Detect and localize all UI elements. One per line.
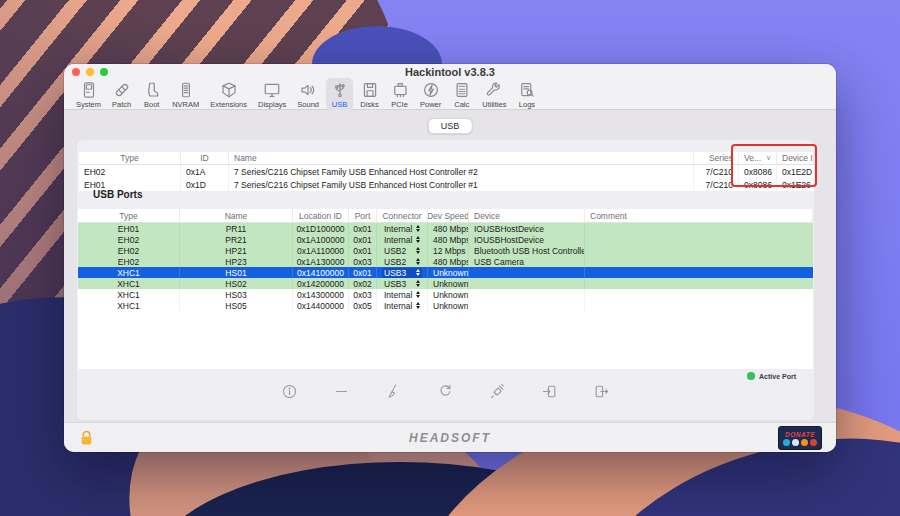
- toolbar-item-nvram[interactable]: NVRAM: [168, 78, 203, 111]
- inject-button[interactable]: [489, 384, 507, 402]
- toolbar-item-system[interactable]: System: [72, 78, 105, 111]
- toolbar-item-sound[interactable]: Sound: [293, 78, 323, 111]
- usb-port-row-hp21[interactable]: EH02HP210x1A1100000x01USB212 MbpsBluetoo…: [78, 245, 813, 256]
- content-area: USB TypeIDNameSeriesVe...∨Device IDEH020…: [64, 110, 836, 422]
- bitcoin-icon: [801, 439, 808, 446]
- visa-icon: [792, 439, 799, 446]
- controller-row[interactable]: EH010x1D7 Series/C216 Chipset Family USB…: [79, 178, 814, 191]
- toolbar-item-displays[interactable]: Displays: [254, 78, 290, 111]
- cell-comment: [585, 267, 813, 278]
- sort-descending-icon[interactable]: ∨: [763, 154, 771, 162]
- usb-port-row-hs03[interactable]: XHC1HS030x143000000x03InternalUnknown: [78, 289, 813, 300]
- column-header-device[interactable]: Device: [469, 209, 585, 223]
- export-button[interactable]: [593, 384, 611, 402]
- connector-popup[interactable]: USB2: [382, 257, 422, 267]
- toolbar-item-utilities[interactable]: Utilities: [478, 78, 510, 111]
- cell-name: HS02: [180, 278, 293, 289]
- connector-stepper-icon[interactable]: [416, 269, 420, 276]
- headsoft-logo: HEADSOFT: [64, 431, 836, 445]
- window-footer: HEADSOFT DONATE: [64, 422, 836, 452]
- cell-comment: [585, 256, 813, 267]
- usb-port-row-hs02[interactable]: XHC1HS020x142000000x02USB3Unknown: [78, 278, 813, 289]
- toolbar-item-label: NVRAM: [172, 100, 199, 109]
- cell-location-id: 0x1A130000: [293, 256, 349, 267]
- column-header-name[interactable]: Name: [229, 152, 694, 165]
- column-header-comment[interactable]: Comment: [585, 209, 813, 223]
- connector-popup[interactable]: Internal: [382, 235, 422, 245]
- connector-stepper-icon[interactable]: [416, 280, 420, 287]
- connector-stepper-icon[interactable]: [416, 302, 420, 309]
- toolbar-item-extensions[interactable]: Extensions: [206, 78, 251, 111]
- toolbar-item-disks[interactable]: Disks: [356, 78, 383, 111]
- column-header-device-id[interactable]: Device ID: [777, 152, 814, 165]
- usb-segment-tab[interactable]: USB: [428, 118, 473, 134]
- hackintool-window: Hackintool v3.8.3 SystemPatchBootNVRAMEx…: [64, 64, 836, 452]
- clean-button[interactable]: [385, 384, 403, 402]
- cell-connector: Internal: [377, 234, 428, 245]
- cell-dev-speed: Unknown: [428, 267, 469, 278]
- connector-stepper-icon[interactable]: [416, 236, 420, 243]
- donate-button[interactable]: DONATE: [778, 426, 822, 450]
- connector-popup[interactable]: USB2: [382, 246, 422, 256]
- column-header-ve[interactable]: Ve...∨: [739, 152, 777, 165]
- column-header-port[interactable]: Port: [349, 209, 377, 223]
- connector-value: Internal: [384, 235, 412, 245]
- toolbar-item-patch[interactable]: Patch: [108, 78, 135, 111]
- controller-row[interactable]: EH020x1A7 Series/C216 Chipset Family USB…: [79, 165, 814, 178]
- usb-controllers-table: TypeIDNameSeriesVe...∨Device IDEH020x1A7…: [79, 152, 814, 191]
- cell-series: 7/C210: [694, 165, 739, 178]
- cell-device: IOUSBHostDevice: [469, 223, 585, 234]
- action-bar: [77, 384, 814, 402]
- usb-port-row-hs05[interactable]: XHC1HS050x144000000x05InternalUnknown: [78, 300, 813, 311]
- column-header-id[interactable]: ID: [181, 152, 229, 165]
- cell-name: 7 Series/C216 Chipset Family USB Enhance…: [229, 178, 694, 191]
- toolbar-item-power[interactable]: Power: [416, 78, 445, 111]
- connector-popup[interactable]: USB3: [382, 279, 422, 289]
- extensions-icon: [219, 80, 238, 99]
- connector-popup[interactable]: USB3: [382, 268, 422, 278]
- connector-popup[interactable]: Internal: [382, 301, 422, 311]
- info-icon: [281, 383, 298, 403]
- usb-port-row-hp23[interactable]: EH02HP230x1A1300000x03USB2480 MbpsUSB Ca…: [78, 256, 813, 267]
- info-button[interactable]: [281, 384, 299, 402]
- column-header-dev-speed[interactable]: Dev Speed: [428, 209, 469, 223]
- toolbar-item-usb[interactable]: USB: [326, 78, 353, 111]
- cell-location-id: 0x14200000: [293, 278, 349, 289]
- column-header-location-id[interactable]: Location ID: [293, 209, 349, 223]
- column-header-name[interactable]: Name: [180, 209, 293, 223]
- remove-button[interactable]: [333, 384, 351, 402]
- column-header-connector[interactable]: Connector: [377, 209, 428, 223]
- cell-location-id: 0x14400000: [293, 300, 349, 311]
- connector-value: Internal: [384, 224, 412, 234]
- usb-port-row-pr21[interactable]: EH02PR210x1A1000000x01Internal480 MbpsIO…: [78, 234, 813, 245]
- toolbar-item-boot[interactable]: Boot: [138, 78, 165, 111]
- connector-stepper-icon[interactable]: [416, 247, 420, 254]
- cell-connector: Internal: [377, 223, 428, 234]
- connector-stepper-icon[interactable]: [416, 291, 420, 298]
- connector-value: Internal: [384, 290, 412, 300]
- toolbar-item-pcie[interactable]: PCIe: [386, 78, 413, 111]
- column-header-series[interactable]: Series: [694, 152, 739, 165]
- payment-icons: [783, 439, 817, 446]
- refresh-button[interactable]: [437, 384, 455, 402]
- cell-dev-speed: 480 Mbps: [428, 223, 469, 234]
- cell-type: EH01: [78, 223, 180, 234]
- column-header-type[interactable]: Type: [78, 209, 180, 223]
- cell-device: IOUSBHostDevice: [469, 234, 585, 245]
- usb-port-row-hs01[interactable]: XHC1HS010x141000000x01USB3Unknown: [78, 267, 813, 278]
- toolbar-item-logs[interactable]: Logs: [513, 78, 540, 111]
- connector-popup[interactable]: Internal: [382, 224, 422, 234]
- usb-port-row-pr11[interactable]: EH01PR110x1D1000000x01Internal480 MbpsIO…: [78, 223, 813, 234]
- cell-port: 0x01: [349, 223, 377, 234]
- cell-port: 0x03: [349, 289, 377, 300]
- toolbar-item-calc[interactable]: Calc: [448, 78, 475, 111]
- import-button[interactable]: [541, 384, 559, 402]
- connector-popup[interactable]: Internal: [382, 290, 422, 300]
- connector-stepper-icon[interactable]: [416, 225, 420, 232]
- connector-stepper-icon[interactable]: [416, 258, 420, 265]
- cell-series: 7/C210: [694, 178, 739, 191]
- cell-connector: USB2: [377, 245, 428, 256]
- column-header-type[interactable]: Type: [79, 152, 181, 165]
- cell-device: Bluetooth USB Host Controller: [469, 245, 585, 256]
- cell-id: 0x1D: [181, 178, 229, 191]
